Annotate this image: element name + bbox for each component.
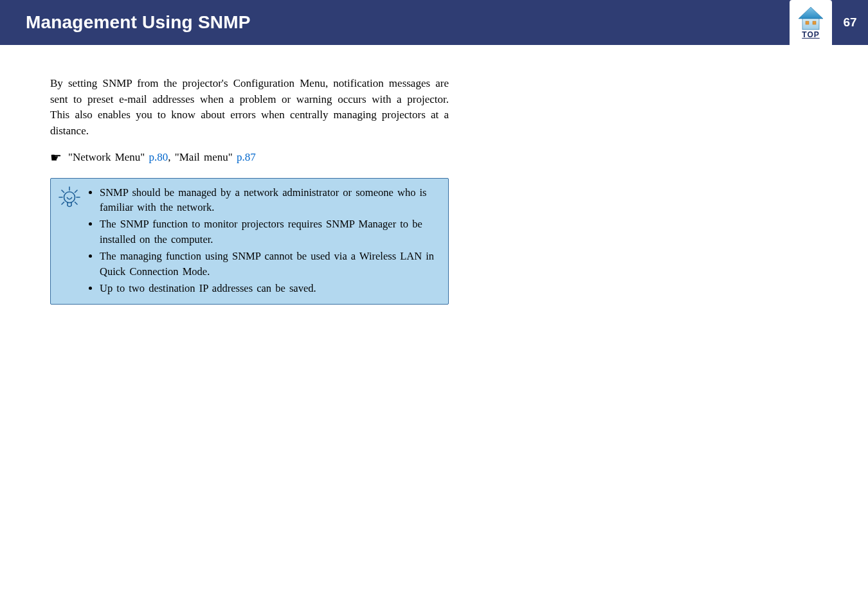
- svg-line-6: [75, 190, 78, 193]
- page-number: 67: [832, 15, 868, 30]
- list-item: The managing function using SNMP cannot …: [100, 249, 438, 280]
- svg-marker-0: [799, 7, 823, 19]
- see-also-text: "Network Menu" p.80, "Mail menu" p.87: [68, 151, 256, 164]
- svg-point-11: [64, 191, 75, 202]
- lightbulb-icon: [59, 185, 80, 215]
- svg-rect-2: [806, 21, 809, 24]
- svg-rect-1: [802, 19, 819, 30]
- see-prefix: "Network Menu": [68, 151, 149, 163]
- home-icon: [796, 6, 826, 31]
- tip-list: SNMP should be managed by a network admi…: [89, 185, 438, 298]
- link-network-menu[interactable]: p.80: [149, 151, 168, 163]
- page-header: Management Using SNMP: [0, 0, 868, 45]
- svg-line-9: [62, 202, 64, 204]
- list-item: The SNMP function to monitor projectors …: [100, 217, 438, 247]
- svg-rect-3: [813, 21, 816, 24]
- list-item: Up to two destination IP addresses can b…: [100, 281, 438, 296]
- see-also-line: ☛ "Network Menu" p.80, "Mail menu" p.87: [50, 151, 449, 164]
- link-mail-menu[interactable]: p.87: [237, 151, 256, 163]
- svg-line-10: [75, 202, 78, 204]
- page-title: Management Using SNMP: [26, 12, 251, 33]
- top-link[interactable]: TOP: [790, 0, 832, 45]
- intro-paragraph: By setting SNMP from the projector's Con…: [50, 76, 449, 139]
- content-column: By setting SNMP from the projector's Con…: [0, 45, 449, 305]
- list-item: SNMP should be managed by a network admi…: [100, 185, 438, 216]
- svg-line-5: [62, 190, 64, 193]
- see-mid: , "Mail menu": [168, 151, 237, 163]
- tip-box: SNMP should be managed by a network admi…: [50, 178, 449, 305]
- pointer-icon: ☛: [50, 151, 62, 164]
- header-right: TOP 67: [790, 0, 868, 45]
- top-label: TOP: [802, 30, 819, 39]
